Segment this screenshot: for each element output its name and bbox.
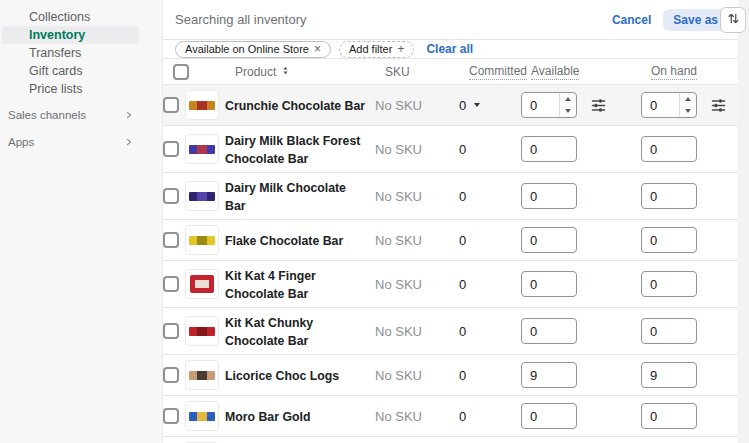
filter-chip-available-on-online-store[interactable]: Available on Online Store × xyxy=(175,41,331,58)
product-name-link[interactable]: Kit Kat 4 Finger Chocolate Bar xyxy=(225,269,316,301)
available-input[interactable]: 0 xyxy=(521,271,577,297)
product-name-link[interactable]: Crunchie Chocolate Bar xyxy=(225,99,373,113)
product-thumbnail-art xyxy=(189,327,215,336)
sku-value: No SKU xyxy=(375,233,459,248)
row-checkbox[interactable] xyxy=(163,232,179,248)
column-sort-icon xyxy=(280,65,291,79)
save-as-button[interactable]: Save as xyxy=(663,9,728,31)
stepper-down-icon[interactable] xyxy=(680,105,696,117)
product-column-header[interactable]: Product xyxy=(235,65,385,79)
product-thumbnail xyxy=(185,360,219,390)
on-hand-input[interactable]: 0 xyxy=(641,92,697,118)
on-hand-input[interactable]: 0 xyxy=(641,227,697,253)
product-name-link[interactable]: Moro Bar Gold xyxy=(225,410,318,424)
product-thumbnail xyxy=(185,316,219,346)
product-name-link[interactable]: Dairy Milk Chocolate Bar xyxy=(225,181,346,213)
row-checkbox[interactable] xyxy=(163,367,179,383)
stepper-up-icon[interactable] xyxy=(680,93,696,105)
available-cell: 0 xyxy=(521,318,641,344)
adjustments-icon[interactable] xyxy=(590,97,607,114)
product-thumbnail-art xyxy=(189,192,215,201)
product-thumbnail-art xyxy=(190,275,214,293)
available-input[interactable]: 0 xyxy=(521,136,577,162)
available-input[interactable]: 0 xyxy=(521,403,577,429)
product-name-link[interactable]: Dairy Milk Black Forest Chocolate Bar xyxy=(225,134,360,166)
sku-value: No SKU xyxy=(375,98,459,113)
select-all-checkbox[interactable] xyxy=(173,64,189,80)
adjustments-icon[interactable] xyxy=(710,97,727,114)
stepper-up-icon[interactable] xyxy=(560,93,576,105)
available-input[interactable]: 9 xyxy=(521,362,577,388)
available-input[interactable]: 0 xyxy=(521,318,577,344)
stepper-down-icon[interactable] xyxy=(560,105,576,117)
on-hand-cell: 0 xyxy=(641,227,738,253)
on-hand-input[interactable]: 0 xyxy=(641,136,697,162)
sort-button[interactable] xyxy=(720,7,746,33)
sidebar-item-sales-channels[interactable]: Sales channels xyxy=(2,105,139,125)
committed-cell: 0 xyxy=(459,98,521,113)
committed-cell: 0 xyxy=(459,233,521,248)
remove-filter-icon[interactable]: × xyxy=(314,43,321,55)
table-row[interactable]: Kit Kat 4 Finger Chocolate Bar No SKU 0 … xyxy=(163,261,738,308)
committed-column-header[interactable]: Committed xyxy=(469,64,531,80)
sku-value: No SKU xyxy=(375,277,459,292)
table-row[interactable]: Dairy Milk Black Forest Chocolate Bar No… xyxy=(163,126,738,173)
sidebar-item-inventory[interactable]: Inventory xyxy=(2,26,139,44)
on-hand-input[interactable]: 9 xyxy=(641,362,697,388)
row-checkbox[interactable] xyxy=(163,323,179,339)
available-input[interactable]: 0 xyxy=(521,227,577,253)
index-filters-bar: Searching all inventory Cancel Save as xyxy=(163,0,738,40)
available-stepper[interactable] xyxy=(559,93,576,117)
committed-cell: 0 xyxy=(459,189,521,204)
sidebar-item-apps[interactable]: Apps xyxy=(2,132,139,152)
table-row[interactable]: Flake Chocolate Bar No SKU 0 0 xyxy=(163,220,738,261)
cancel-button[interactable]: Cancel xyxy=(612,13,651,27)
table-row[interactable]: Dairy Milk Chocolate Bar No SKU 0 0 xyxy=(163,173,738,220)
table-row[interactable]: Moro Bar Gold No SKU 0 0 xyxy=(163,396,738,437)
product-thumbnail-art xyxy=(189,236,215,245)
on-hand-input[interactable]: 0 xyxy=(641,403,697,429)
on-hand-stepper[interactable] xyxy=(679,93,696,117)
sidebar-item-gift-cards[interactable]: Gift cards xyxy=(2,62,139,80)
available-cell: 0 xyxy=(521,271,641,297)
sku-value: No SKU xyxy=(375,189,459,204)
product-name-link[interactable]: Licorice Choc Logs xyxy=(225,369,347,383)
inventory-index-card: Searching all inventory Cancel Save as A… xyxy=(163,0,738,443)
sidebar-item-collections[interactable]: Collections xyxy=(2,8,139,26)
committed-dropdown-caret-icon[interactable] xyxy=(474,103,480,107)
available-cell: 9 xyxy=(521,362,641,388)
product-name-link[interactable]: Kit Kat Chunky Chocolate Bar xyxy=(225,316,316,348)
sidebar-nav: Home Orders Products Collections Invento… xyxy=(0,0,163,443)
product-thumbnail xyxy=(185,134,219,164)
product-thumbnail xyxy=(185,181,219,211)
row-checkbox[interactable] xyxy=(163,141,179,157)
product-thumbnail xyxy=(185,225,219,255)
sku-value: No SKU xyxy=(375,142,459,157)
available-input[interactable]: 0 xyxy=(521,183,577,209)
available-input[interactable]: 0 xyxy=(521,92,577,118)
table-row[interactable]: Kit Kat Chunky Chocolate Bar No SKU 0 0 xyxy=(163,308,738,355)
available-cell: 0 xyxy=(521,92,641,118)
row-checkbox[interactable] xyxy=(163,97,179,113)
sort-arrows-icon xyxy=(726,11,741,30)
add-filter-button[interactable]: Add filter + xyxy=(339,41,414,58)
on-hand-input[interactable]: 0 xyxy=(641,271,697,297)
row-checkbox[interactable] xyxy=(163,408,179,424)
table-row[interactable]: Moro Chocolate Bar No SKU 0 0 xyxy=(163,437,738,443)
on-hand-input[interactable]: 0 xyxy=(641,318,697,344)
clear-all-button[interactable]: Clear all xyxy=(426,42,473,56)
sku-column-header: SKU xyxy=(385,65,469,79)
row-checkbox[interactable] xyxy=(163,188,179,204)
applied-filters-row: Available on Online Store × Add filter +… xyxy=(163,40,738,58)
scrollbar-gutter[interactable] xyxy=(738,0,749,443)
table-row[interactable]: Licorice Choc Logs No SKU 0 9 xyxy=(163,355,738,396)
available-column-header[interactable]: Available xyxy=(531,64,651,80)
sidebar-item-transfers[interactable]: Transfers xyxy=(2,44,139,62)
committed-cell: 0 xyxy=(459,142,521,157)
on-hand-input[interactable]: 0 xyxy=(641,183,697,209)
sidebar-item-price-lists[interactable]: Price lists xyxy=(2,80,139,98)
row-checkbox[interactable] xyxy=(163,276,179,292)
product-name-link[interactable]: Flake Chocolate Bar xyxy=(225,234,351,248)
on-hand-column-header[interactable]: On hand xyxy=(651,64,738,80)
table-row[interactable]: Crunchie Chocolate Bar No SKU 0 0 xyxy=(163,85,738,126)
